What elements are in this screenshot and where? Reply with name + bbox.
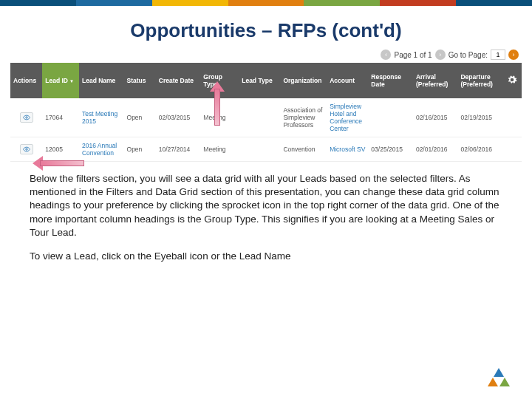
cell-departure: 02/06/2016 — [457, 137, 502, 162]
view-lead-button[interactable] — [20, 112, 33, 123]
cell-organization: Convention — [280, 137, 327, 162]
prev-page-button[interactable]: ‹ — [381, 50, 391, 60]
cell-create-date: 02/03/2015 — [156, 98, 201, 137]
goto-page-label: Go to Page: — [449, 51, 488, 59]
cell-response-date: 03/25/2015 — [368, 137, 413, 162]
cell-account[interactable]: Microsoft SV — [327, 137, 368, 162]
cell-organization: Association of Simpleview Professors — [280, 98, 327, 137]
col-lead-type[interactable]: Lead Type — [239, 63, 280, 98]
col-response-date[interactable]: Response Date — [368, 63, 413, 98]
next-page-button[interactable]: › — [435, 50, 446, 60]
goto-page-button[interactable]: › — [508, 50, 519, 60]
cell-group-type: Meeting — [200, 137, 239, 162]
table-row: 12005 2016 Annual Convention Open 10/27/… — [10, 137, 522, 162]
cell-status: Open — [124, 98, 156, 137]
col-settings[interactable] — [502, 63, 522, 98]
pager: ‹ Page 1 of 1 › Go to Page: › — [0, 50, 532, 60]
col-arrival[interactable]: Arrival (Preferred) — [413, 63, 458, 98]
sort-desc-icon: ▼ — [69, 79, 74, 83]
col-departure[interactable]: Departure (Preferred) — [457, 63, 502, 98]
cell-lead-id: 12005 — [42, 137, 79, 162]
cell-account[interactable]: Simpleview Hotel and Conference Center — [327, 98, 368, 137]
goto-page-input[interactable] — [491, 50, 505, 60]
cell-arrival: 02/01/2016 — [413, 137, 458, 162]
col-actions[interactable]: Actions — [10, 63, 42, 98]
cell-lead-id: 17064 — [42, 98, 79, 137]
cell-group-type: Meeting — [200, 98, 239, 137]
col-lead-name[interactable]: Lead Name — [79, 63, 124, 98]
col-group-type[interactable]: Group Type — [200, 63, 239, 98]
leads-grid: Actions Lead ID▼ Lead Name Status Create… — [10, 63, 522, 162]
cell-lead-type — [239, 137, 280, 162]
table-row: 17064 Test Meeting 2015 Open 02/03/2015 … — [10, 98, 522, 137]
cell-departure: 02/19/2015 — [457, 98, 502, 137]
body-paragraph-1: Below the filters section, you will see … — [0, 162, 532, 239]
cell-lead-type — [239, 98, 280, 137]
cell-arrival: 02/16/2015 — [413, 98, 458, 137]
col-status[interactable]: Status — [124, 63, 156, 98]
view-lead-button[interactable] — [20, 144, 33, 154]
page-title: Opportunities – RFPs (cont'd) — [0, 19, 532, 42]
cell-create-date: 10/27/2014 — [156, 137, 201, 162]
svg-marker-4 — [499, 378, 510, 386]
svg-point-0 — [25, 117, 27, 119]
gear-icon — [507, 79, 517, 86]
col-lead-id[interactable]: Lead ID▼ — [42, 63, 79, 98]
cell-response-date — [368, 98, 413, 137]
svg-marker-3 — [488, 378, 498, 386]
cell-lead-name[interactable]: Test Meeting 2015 — [79, 98, 124, 137]
svg-point-1 — [25, 149, 27, 151]
brand-logo — [488, 368, 510, 390]
col-account[interactable]: Account — [327, 63, 368, 98]
header-row: Actions Lead ID▼ Lead Name Status Create… — [10, 63, 522, 98]
col-organization[interactable]: Organization — [280, 63, 327, 98]
svg-marker-2 — [494, 368, 504, 377]
cell-lead-name[interactable]: 2016 Annual Convention — [79, 137, 124, 162]
brand-stripe — [0, 0, 532, 6]
page-indicator: Page 1 of 1 — [394, 51, 432, 59]
eye-icon — [23, 146, 30, 153]
cell-status: Open — [124, 137, 156, 162]
eye-icon — [23, 114, 30, 121]
col-create-date[interactable]: Create Date — [156, 63, 201, 98]
body-paragraph-2: To view a Lead, click on the Eyeball ico… — [0, 239, 532, 263]
